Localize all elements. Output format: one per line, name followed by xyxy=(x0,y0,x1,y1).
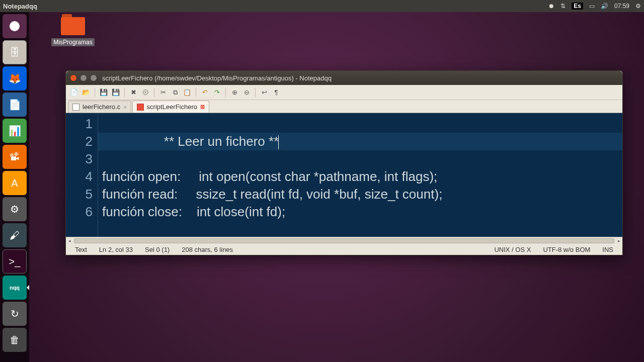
document-icon xyxy=(72,104,79,111)
window-close-button[interactable] xyxy=(70,74,77,81)
status-bar: Text Ln 2, col 33 Sel 0 (1) 208 chars, 6… xyxy=(66,244,622,255)
tab-label: scriptLeerFichero xyxy=(147,103,197,111)
network-icon[interactable]: ⇅ xyxy=(560,3,566,10)
code-line xyxy=(98,115,622,133)
screencast-icon[interactable]: ⏺ xyxy=(548,3,554,10)
settings-icon[interactable]: ⚙ xyxy=(3,197,27,221)
code-line: ** Leer un fichero ** xyxy=(98,133,622,150)
unity-launcher: 🗄 🦊 📄 📊 📽 A ⚙ 🖌 >_ nqq ↻ 🗑 xyxy=(0,12,29,362)
app-title: Notepadqq xyxy=(3,3,548,10)
dash-home-icon[interactable] xyxy=(3,14,27,38)
tab-close-icon[interactable]: × xyxy=(123,104,126,110)
window-maximize-button[interactable] xyxy=(90,74,97,81)
status-insert-mode[interactable]: INS xyxy=(596,246,619,253)
code-line: función open: int open(const char *pathn… xyxy=(98,168,622,186)
system-top-panel: Notepadqq ⏺ ⇅ Es ▭ 🔊 07:59 ⚙ xyxy=(0,0,644,12)
copy-icon[interactable]: ⧉ xyxy=(170,87,180,98)
tab-close-icon[interactable]: ⊠ xyxy=(200,104,205,110)
impress-icon[interactable]: 📽 xyxy=(3,145,27,169)
paint-icon[interactable]: 🖌 xyxy=(3,223,27,247)
amazon-icon[interactable]: A xyxy=(3,171,27,195)
trash-icon[interactable]: 🗑 xyxy=(3,328,27,352)
notepadqq-icon[interactable]: nqq xyxy=(3,276,27,300)
code-line xyxy=(98,150,622,168)
status-cursor-pos: Ln 2, col 33 xyxy=(93,246,139,253)
session-icon[interactable]: ⚙ xyxy=(635,3,641,10)
zoom-in-icon[interactable]: ⊕ xyxy=(229,87,239,98)
updates-icon[interactable]: ↻ xyxy=(3,302,27,326)
calc-icon[interactable]: 📊 xyxy=(3,119,27,143)
system-tray: ⏺ ⇅ Es ▭ 🔊 07:59 ⚙ xyxy=(548,3,641,10)
scrollbar-thumb[interactable] xyxy=(74,238,614,243)
files-icon[interactable]: 🗄 xyxy=(3,40,27,64)
notepadqq-window: scriptLeerFichero (/home/swdev/Desktop/M… xyxy=(65,70,623,255)
tab-scriptleerfichero[interactable]: scriptLeerFichero ⊠ xyxy=(132,101,209,113)
save-all-icon[interactable]: 💾 xyxy=(111,87,121,98)
save-icon[interactable]: 💾 xyxy=(99,87,109,98)
status-encoding[interactable]: UTF-8 w/o BOM xyxy=(537,246,596,253)
titlebar[interactable]: scriptLeerFichero (/home/swdev/Desktop/M… xyxy=(66,71,622,85)
keyboard-lang[interactable]: Es xyxy=(572,3,583,10)
status-eol[interactable]: UNIX / OS X xyxy=(488,246,537,253)
horizontal-scrollbar[interactable] xyxy=(66,237,622,244)
status-chars: 208 chars, 6 lines xyxy=(176,246,239,253)
document-modified-icon xyxy=(137,104,144,111)
tab-leerfichero-c[interactable]: leerFichero.c × xyxy=(68,101,131,113)
undo-icon[interactable]: ↶ xyxy=(200,87,210,98)
editor-area[interactable]: 123456 ** Leer un fichero ** función ope… xyxy=(66,113,622,237)
terminal-icon[interactable]: >_ xyxy=(3,249,27,274)
text-cursor xyxy=(278,135,279,149)
word-wrap-icon[interactable]: ↩ xyxy=(259,87,269,98)
show-symbols-icon[interactable]: ¶ xyxy=(271,87,281,98)
document-tabs: leerFichero.c × scriptLeerFichero ⊠ xyxy=(66,100,622,113)
open-file-icon[interactable]: 📂 xyxy=(81,87,91,98)
status-selection: Sel 0 (1) xyxy=(139,246,176,253)
new-file-icon[interactable]: 📄 xyxy=(69,87,79,98)
close-tab-icon[interactable]: ✖ xyxy=(128,87,138,98)
writer-icon[interactable]: 📄 xyxy=(3,93,27,117)
folder-label: MisProgramas xyxy=(51,38,94,46)
volume-icon[interactable]: 🔊 xyxy=(601,3,608,10)
status-filetype: Text xyxy=(69,246,93,253)
clock[interactable]: 07:59 xyxy=(614,3,629,10)
battery-icon[interactable]: ▭ xyxy=(589,3,595,10)
code-content[interactable]: ** Leer un fichero ** función open: int … xyxy=(98,113,622,237)
paste-icon[interactable]: 📋 xyxy=(182,87,192,98)
window-title: scriptLeerFichero (/home/swdev/Desktop/M… xyxy=(102,74,332,82)
folder-icon xyxy=(61,17,85,35)
close-all-icon[interactable]: ⮾ xyxy=(140,87,150,98)
desktop-folder[interactable]: MisProgramas xyxy=(50,17,96,46)
code-line: función read: ssize_t read(int fd, void … xyxy=(98,186,622,203)
tab-label: leerFichero.c xyxy=(83,103,120,111)
code-line: función close: int close(int fd); xyxy=(98,203,622,221)
redo-icon[interactable]: ↷ xyxy=(212,87,222,98)
window-minimize-button[interactable] xyxy=(80,74,87,81)
line-number-gutter: 123456 xyxy=(66,113,98,237)
firefox-icon[interactable]: 🦊 xyxy=(3,66,27,90)
cut-icon[interactable]: ✂ xyxy=(158,87,168,98)
main-toolbar: 📄 📂 💾 💾 ✖ ⮾ ✂ ⧉ 📋 ↶ ↷ ⊕ ⊖ ↩ ¶ xyxy=(66,85,622,100)
zoom-out-icon[interactable]: ⊖ xyxy=(242,87,252,98)
